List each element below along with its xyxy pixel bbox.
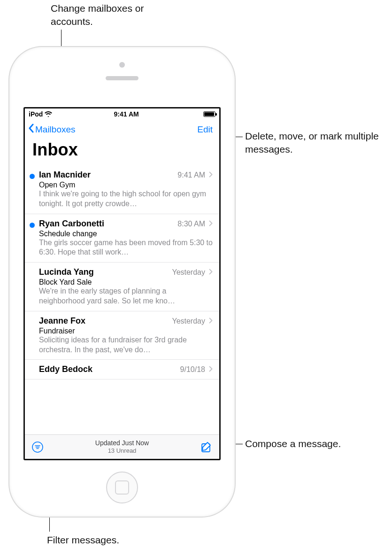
callout-compose: Compose a message.: [245, 437, 341, 450]
filter-button[interactable]: [31, 441, 44, 453]
mail-meta: Yesterday: [172, 268, 213, 277]
clock: 9:41 AM: [114, 110, 139, 118]
mail-item[interactable]: Ian Macnider9:41 AMOpen GymI think we're…: [25, 165, 219, 214]
mail-item[interactable]: Jeanne FoxYesterdayFundraiserSoliciting …: [25, 311, 219, 360]
mail-subject: Schedule change: [39, 230, 213, 238]
mail-preview: The girls soccer game has been moved fro…: [39, 238, 213, 258]
status-bar: iPod 9:41 AM: [25, 108, 219, 120]
mail-header-row: Ian Macnider9:41 AM: [39, 170, 213, 180]
chevron-right-icon: [209, 171, 213, 179]
chevron-left-icon: [28, 124, 34, 135]
unread-dot-icon: [30, 174, 35, 179]
mail-item[interactable]: Lucinda YangYesterdayBlock Yard SaleWe'r…: [25, 263, 219, 311]
mail-time: Yesterday: [172, 317, 205, 325]
toolbar-status: Updated Just Now 13 Unread: [95, 439, 149, 455]
battery-icon: [203, 111, 215, 117]
mail-header-row: Jeanne FoxYesterday: [39, 316, 213, 326]
chevron-right-icon: [209, 365, 213, 374]
compose-button[interactable]: [200, 441, 213, 453]
mail-item[interactable]: Eddy Bedock9/10/18: [25, 360, 219, 379]
chevron-right-icon: [209, 220, 213, 228]
back-label: Mailboxes: [35, 124, 76, 135]
unread-count: 13 Unread: [95, 447, 149, 455]
mail-item[interactable]: Ryan Carbonetti8:30 AMSchedule changeThe…: [25, 214, 219, 263]
mail-sender: Eddy Bedock: [39, 364, 92, 374]
callout-mailboxes: Change mailboxes or accounts.: [51, 2, 149, 29]
mail-header-row: Lucinda YangYesterday: [39, 267, 213, 277]
unread-dot-icon: [30, 223, 35, 228]
ipod-device: iPod 9:41 AM Mailboxes Edit Inbox Ian: [9, 47, 235, 517]
front-camera: [119, 62, 125, 68]
mail-sender: Ryan Carbonetti: [39, 219, 104, 229]
mail-list[interactable]: Ian Macnider9:41 AMOpen GymI think we're…: [25, 165, 219, 434]
mailboxes-back-button[interactable]: Mailboxes: [28, 124, 76, 135]
callout-filter: Filter messages.: [47, 534, 119, 547]
mail-preview: Soliciting ideas for a fundraiser for 3r…: [39, 335, 213, 355]
wifi-icon: [45, 111, 52, 117]
mail-sender: Lucinda Yang: [39, 267, 94, 277]
nav-bar: Mailboxes Edit: [25, 120, 219, 137]
carrier-label: iPod: [29, 110, 43, 118]
edit-button[interactable]: Edit: [197, 124, 213, 135]
updated-label: Updated Just Now: [95, 439, 149, 448]
mail-sender: Ian Macnider: [39, 170, 91, 180]
home-button[interactable]: [106, 472, 138, 503]
mail-subject: Fundraiser: [39, 327, 213, 335]
mail-header-row: Eddy Bedock9/10/18: [39, 364, 213, 374]
mail-subject: Open Gym: [39, 181, 213, 189]
mail-subject: Block Yard Sale: [39, 278, 213, 286]
mail-preview: We're in the early stages of planning a …: [39, 286, 213, 306]
mail-time: 8:30 AM: [177, 220, 205, 228]
chevron-right-icon: [209, 317, 213, 325]
chevron-right-icon: [209, 268, 213, 277]
mail-meta: 8:30 AM: [177, 220, 213, 228]
mail-meta: Yesterday: [172, 317, 213, 325]
toolbar: Updated Just Now 13 Unread: [25, 434, 219, 459]
mail-time: 9/10/18: [180, 365, 205, 374]
mail-time: 9:41 AM: [177, 171, 205, 179]
mail-preview: I think we're going to the high school f…: [39, 189, 213, 209]
page-title: Inbox: [25, 137, 219, 165]
screen: iPod 9:41 AM Mailboxes Edit Inbox Ian: [23, 107, 221, 460]
mail-meta: 9:41 AM: [177, 171, 213, 179]
mail-meta: 9/10/18: [180, 365, 213, 374]
mail-sender: Jeanne Fox: [39, 316, 85, 326]
speaker-grille: [106, 76, 138, 80]
mail-header-row: Ryan Carbonetti8:30 AM: [39, 219, 213, 229]
callout-edit: Delete, move, or mark multiple messages.: [245, 130, 381, 156]
mail-time: Yesterday: [172, 268, 205, 277]
